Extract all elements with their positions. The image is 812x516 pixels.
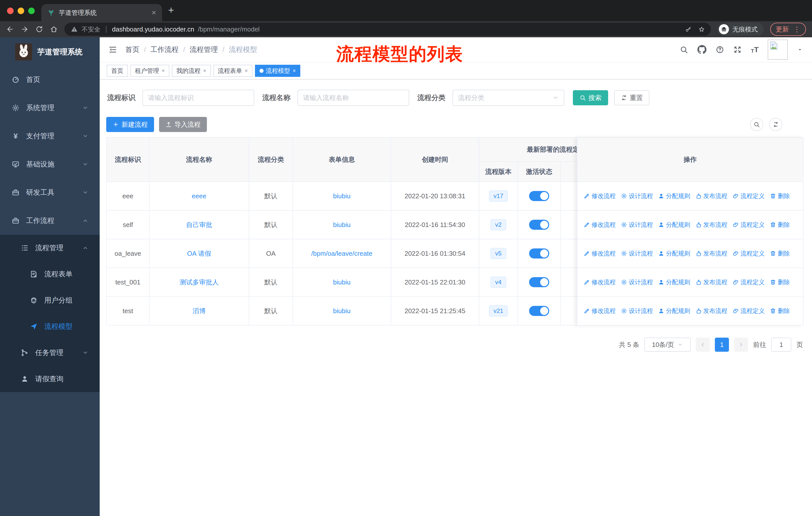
- cell-name-link[interactable]: OA 请假: [149, 239, 249, 268]
- action-流程定义[interactable]: 流程定义: [732, 307, 765, 315]
- bookmark-star-icon[interactable]: [698, 26, 705, 32]
- sidebar-item-请假查询[interactable]: 请假查询: [0, 366, 100, 392]
- version-badge[interactable]: v4: [491, 277, 506, 288]
- action-流程定义[interactable]: 流程定义: [732, 221, 765, 229]
- action-分配规则[interactable]: 分配规则: [658, 307, 690, 315]
- maximize-window-button[interactable]: [28, 7, 35, 14]
- action-分配规则[interactable]: 分配规则: [658, 192, 690, 200]
- minimize-window-button[interactable]: [18, 7, 24, 14]
- update-button[interactable]: 更新 ⋮: [770, 23, 806, 36]
- show-search-button[interactable]: [750, 118, 763, 131]
- action-删除[interactable]: 删除: [770, 192, 790, 200]
- key-icon[interactable]: [685, 26, 691, 32]
- version-badge[interactable]: v2: [491, 219, 506, 230]
- reload-icon[interactable]: [35, 25, 43, 33]
- search-button[interactable]: 搜索: [573, 90, 608, 105]
- action-设计流程[interactable]: 设计流程: [621, 307, 653, 315]
- back-icon[interactable]: [6, 25, 14, 33]
- goto-page-input[interactable]: 1: [771, 337, 791, 352]
- help-icon[interactable]: [716, 45, 724, 54]
- action-修改流程[interactable]: 修改流程: [583, 307, 616, 315]
- close-tag-icon[interactable]: ×: [245, 67, 248, 74]
- close-window-button[interactable]: [7, 7, 13, 14]
- next-page-button[interactable]: [734, 337, 748, 352]
- action-发布流程[interactable]: 发布流程: [695, 192, 727, 200]
- breadcrumb-item-工作流程[interactable]: 工作流程: [150, 45, 179, 54]
- tag-首页[interactable]: 首页: [107, 65, 128, 77]
- action-设计流程[interactable]: 设计流程: [621, 278, 653, 286]
- active-toggle[interactable]: [529, 191, 549, 201]
- breadcrumb-item-首页[interactable]: 首页: [125, 45, 140, 54]
- tag-我的流程[interactable]: 我的流程 ×: [172, 65, 211, 77]
- active-toggle[interactable]: [529, 306, 549, 316]
- sidebar-item-支付管理[interactable]: ¥ 支付管理: [0, 122, 100, 150]
- sidebar-item-工作流程[interactable]: 工作流程: [0, 207, 100, 235]
- action-流程定义[interactable]: 流程定义: [732, 249, 765, 257]
- cell-form-link[interactable]: biubiu: [293, 211, 391, 239]
- breadcrumb-item-流程管理[interactable]: 流程管理: [190, 45, 218, 54]
- action-发布流程[interactable]: 发布流程: [695, 307, 727, 315]
- table-scroll-area[interactable]: 流程标识 流程名称 流程分类 表单信息 创建时间 最新部署的流程定义 流程版本 …: [107, 138, 577, 326]
- sidebar-item-系统管理[interactable]: 系统管理: [0, 94, 100, 122]
- version-badge[interactable]: v5: [491, 248, 506, 259]
- action-删除[interactable]: 删除: [770, 221, 790, 229]
- action-发布流程[interactable]: 发布流程: [695, 278, 727, 286]
- security-label[interactable]: 不安全: [82, 25, 100, 33]
- page-size-select[interactable]: 10条/页: [644, 337, 691, 352]
- import-process-button[interactable]: 导入流程: [159, 117, 207, 132]
- action-修改流程[interactable]: 修改流程: [583, 221, 616, 229]
- close-tag-icon[interactable]: ×: [162, 67, 165, 74]
- sidebar-item-流程模型[interactable]: 流程模型: [0, 314, 100, 340]
- cell-name-link[interactable]: eeee: [149, 182, 249, 211]
- cell-name-link[interactable]: 测试多审批人: [149, 268, 249, 297]
- filter-category-select[interactable]: 流程分类: [453, 90, 564, 106]
- active-toggle[interactable]: [529, 220, 549, 230]
- text-size-icon[interactable]: TT: [751, 46, 759, 53]
- close-tag-icon[interactable]: ×: [293, 67, 296, 74]
- window-controls[interactable]: [7, 7, 35, 14]
- sidebar-item-流程表单[interactable]: 流程表单: [0, 261, 100, 287]
- action-设计流程[interactable]: 设计流程: [621, 192, 653, 200]
- sidebar-item-首页[interactable]: 首页: [0, 65, 100, 94]
- reset-button[interactable]: 重置: [614, 90, 649, 105]
- action-删除[interactable]: 删除: [770, 278, 790, 286]
- avatar-caret-down-icon[interactable]: [797, 47, 803, 53]
- version-badge[interactable]: v17: [489, 190, 508, 202]
- action-分配规则[interactable]: 分配规则: [658, 221, 690, 229]
- prev-page-button[interactable]: [696, 337, 710, 352]
- action-修改流程[interactable]: 修改流程: [583, 278, 616, 286]
- action-发布流程[interactable]: 发布流程: [695, 221, 727, 229]
- action-分配规则[interactable]: 分配规则: [658, 249, 690, 257]
- close-tab-icon[interactable]: ×: [151, 9, 156, 17]
- address-bar[interactable]: 不安全 dashboard.yudao.iocoder.cn/bpm/manag…: [64, 23, 711, 36]
- sidebar-item-任务管理[interactable]: 任务管理: [0, 340, 100, 366]
- action-流程定义[interactable]: 流程定义: [732, 278, 765, 286]
- update-label[interactable]: 更新: [776, 25, 789, 34]
- action-发布流程[interactable]: 发布流程: [695, 249, 727, 257]
- cell-form-link[interactable]: /bpm/oa/leave/create: [293, 239, 391, 268]
- browser-menu-icon[interactable]: ⋮: [793, 25, 801, 33]
- version-badge[interactable]: v21: [489, 305, 508, 317]
- page-number-button[interactable]: 1: [715, 337, 729, 352]
- sidebar-item-研发工具[interactable]: 研发工具: [0, 179, 100, 207]
- hamburger-icon[interactable]: [108, 45, 117, 54]
- action-设计流程[interactable]: 设计流程: [621, 249, 653, 257]
- create-process-button[interactable]: 新建流程: [106, 117, 154, 132]
- action-删除[interactable]: 删除: [770, 249, 790, 257]
- refresh-table-button[interactable]: [769, 118, 782, 131]
- action-流程定义[interactable]: 流程定义: [732, 192, 765, 200]
- tag-流程模型[interactable]: 流程模型 ×: [255, 65, 300, 77]
- user-avatar[interactable]: [768, 39, 788, 60]
- action-修改流程[interactable]: 修改流程: [583, 192, 616, 200]
- home-icon[interactable]: [50, 25, 58, 33]
- cell-name-link[interactable]: 自己审批: [149, 211, 249, 239]
- cell-form-link[interactable]: biubiu: [293, 182, 391, 211]
- tag-流程表单[interactable]: 流程表单 ×: [213, 65, 253, 77]
- tag-租户管理[interactable]: 租户管理 ×: [130, 65, 169, 77]
- active-toggle[interactable]: [529, 248, 549, 259]
- fullscreen-icon[interactable]: [733, 45, 742, 54]
- forward-icon[interactable]: [21, 25, 29, 33]
- browser-tab[interactable]: 芋道管理系统 ×: [41, 4, 162, 21]
- sidebar-item-基础设施[interactable]: 基础设施: [0, 150, 100, 179]
- sidebar-item-流程管理[interactable]: 流程管理: [0, 235, 100, 261]
